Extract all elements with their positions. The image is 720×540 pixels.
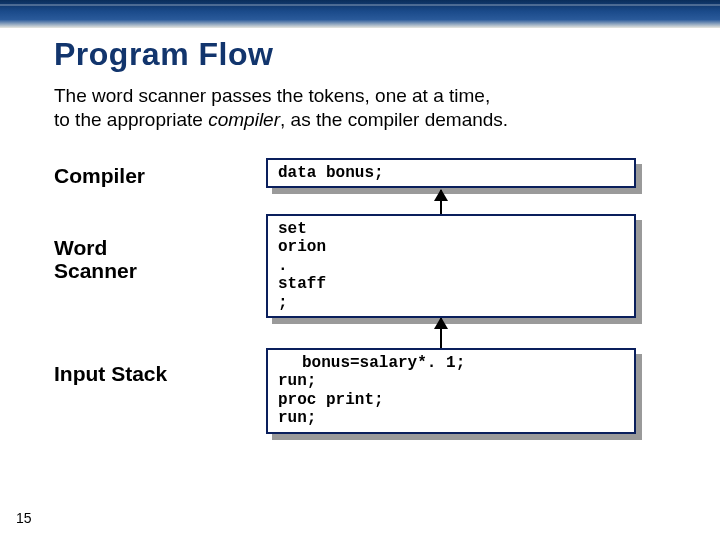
code-input-rest: run; proc print; run;	[278, 372, 384, 427]
code-scanner: set orion . staff ;	[266, 214, 636, 318]
body-line-2a: to the appropriate	[54, 109, 208, 130]
page-number: 15	[16, 510, 32, 526]
body-text: The word scanner passes the tokens, one …	[54, 84, 680, 132]
code-input: bonus=salary*. 1; run; proc print; run;	[266, 348, 636, 434]
body-line-1: The word scanner passes the tokens, one …	[54, 85, 490, 106]
codebox-input-stack: bonus=salary*. 1; run; proc print; run;	[266, 348, 636, 434]
slide-title: Program Flow	[54, 36, 273, 73]
label-word: Word	[54, 236, 107, 259]
codebox-compiler: data bonus;	[266, 158, 636, 188]
arrow-up-icon	[440, 318, 442, 348]
code-input-indent: bonus=salary*. 1;	[278, 354, 465, 372]
label-scanner: Scanner	[54, 259, 137, 282]
body-line-2-em: compiler	[208, 109, 280, 130]
codebox-scanner: set orion . staff ;	[266, 214, 636, 318]
label-input-stack: Input Stack	[54, 362, 167, 385]
code-compiler: data bonus;	[266, 158, 636, 188]
label-word-scanner: Word Scanner	[54, 236, 137, 282]
arrow-up-icon	[440, 190, 442, 214]
body-line-2c: , as the compiler demands.	[280, 109, 508, 130]
label-compiler: Compiler	[54, 164, 145, 187]
header-stripe	[0, 0, 720, 28]
